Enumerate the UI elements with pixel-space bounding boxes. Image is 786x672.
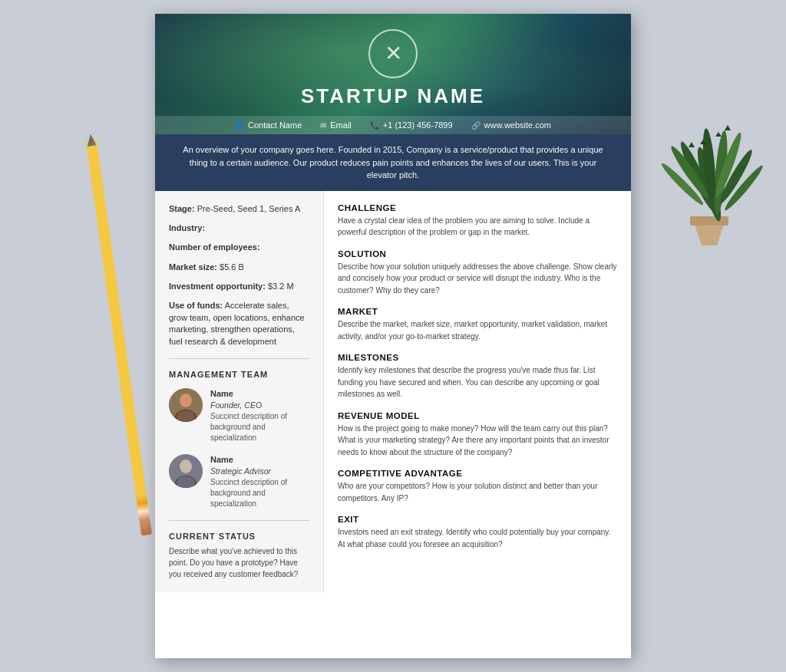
milestones-text: Identify key milestones that describe th… <box>338 364 617 400</box>
milestones-title: MILESTONES <box>338 353 617 362</box>
svg-rect-1 <box>690 216 728 226</box>
svg-point-16 <box>180 394 192 407</box>
stage-value: Pre-Seed, Seed 1, Series A <box>197 204 301 213</box>
member-2-desc: Succinct description of background and s… <box>210 477 309 509</box>
industry-label: Industry: <box>169 223 205 232</box>
avatar-2 <box>169 454 203 488</box>
revenue-text: How is the project going to make money? … <box>338 423 617 459</box>
exit-text: Investors need an exit strategy. Identif… <box>338 526 617 550</box>
milestones-section: MILESTONES Identify key milestones that … <box>338 353 617 400</box>
member-1-name: Name <box>210 388 309 400</box>
solution-section: SOLUTION Describe how your solution uniq… <box>338 249 617 297</box>
divider-1 <box>169 358 309 359</box>
exit-title: EXIT <box>338 515 617 524</box>
investment-info: Investment opportunity: $3.2 M <box>169 281 309 292</box>
overview-text: An overview of your company goes here. F… <box>183 145 603 180</box>
competitive-title: COMPETITIVE ADVANTAGE <box>338 469 617 478</box>
team-member-1: Name Founder, CEO Succinct description o… <box>169 388 309 443</box>
market-text: Describe the market, market size, market… <box>338 318 617 342</box>
market-section: MARKET Describe the market, market size,… <box>338 307 617 342</box>
member-1-desc: Succinct description of background and s… <box>210 411 309 443</box>
document: ✕ STARTUP NAME 👤 Contact Name ✉ Email 📞 … <box>155 14 631 658</box>
svg-marker-14 <box>725 125 731 130</box>
employees-label: Number of employees: <box>169 242 260 252</box>
avatar-1 <box>169 388 203 422</box>
competitive-section: COMPETITIVE ADVANTAGE Who are your compe… <box>338 469 617 504</box>
avatar-img-1 <box>169 388 203 422</box>
person-icon: 👤 <box>235 121 244 130</box>
use-of-funds-label: Use of funds: <box>169 301 223 310</box>
left-column: Stage: Pre-Seed, Seed 1, Series A Indust… <box>155 191 324 593</box>
right-column: CHALLENGE Have a crystal clear idea of t… <box>324 191 631 593</box>
phone-icon: 📞 <box>370 121 379 130</box>
competitive-text: Who are your competitors? How is your so… <box>338 480 617 504</box>
market-label: Market size: <box>169 262 217 272</box>
challenge-title: CHALLENGE <box>338 203 617 212</box>
current-status-text: Describe what you've achieved to this po… <box>169 545 309 580</box>
market-info: Market size: $5.6 B <box>169 262 309 273</box>
stage-label: Stage: <box>169 204 195 213</box>
challenge-text: Have a crystal clear idea of the problem… <box>338 215 617 239</box>
svg-marker-13 <box>689 142 695 147</box>
avatar-img-2 <box>169 454 203 488</box>
solution-text: Describe how your solution uniquely addr… <box>338 261 617 297</box>
document-header: ✕ STARTUP NAME 👤 Contact Name ✉ Email 📞 … <box>155 14 631 134</box>
exit-section: EXIT Investors need an exit strategy. Id… <box>338 515 617 550</box>
investment-value: $3.2 M <box>268 282 294 291</box>
member-1-info: Name Founder, CEO Succinct description o… <box>210 388 309 443</box>
member-2-info: Name Strategic Advisor Succinct descript… <box>210 454 309 509</box>
revenue-title: REVENUE MODEL <box>338 411 617 420</box>
member-2-title: Strategic Advisor <box>210 466 309 477</box>
employees-info: Number of employees: <box>169 242 309 253</box>
plant-decoration <box>656 31 763 261</box>
stage-info: Stage: Pre-Seed, Seed 1, Series A <box>169 203 309 215</box>
current-status-title: CURRENT STATUS <box>169 532 309 541</box>
market-value: $5.6 B <box>220 262 244 272</box>
member-2-name: Name <box>210 454 309 466</box>
logo-icon: ✕ <box>385 43 402 64</box>
pencil-decoration <box>86 140 152 536</box>
startup-name: STARTUP NAME <box>170 84 616 108</box>
overview-bar: An overview of your company goes here. F… <box>155 134 631 191</box>
challenge-section: CHALLENGE Have a crystal clear idea of t… <box>338 203 617 239</box>
contact-email: ✉ Email <box>320 120 352 130</box>
document-body: Stage: Pre-Seed, Seed 1, Series A Indust… <box>155 191 631 593</box>
divider-2 <box>169 520 309 521</box>
revenue-section: REVENUE MODEL How is the project going t… <box>338 411 617 459</box>
email-icon: ✉ <box>320 121 326 130</box>
team-member-2: Name Strategic Advisor Succinct descript… <box>169 454 309 509</box>
contact-website: 🔗 www.website.com <box>471 120 551 130</box>
logo-circle: ✕ <box>368 29 418 78</box>
svg-marker-0 <box>694 222 725 245</box>
use-of-funds-info: Use of funds: Accelerate sales, grow tea… <box>169 300 309 348</box>
market-title: MARKET <box>338 307 617 316</box>
contact-bar: 👤 Contact Name ✉ Email 📞 +1 (123) 456-78… <box>155 116 631 134</box>
solution-title: SOLUTION <box>338 249 617 259</box>
industry-info: Industry: <box>169 222 309 234</box>
contact-phone: 📞 +1 (123) 456-7899 <box>370 120 453 130</box>
contact-name: 👤 Contact Name <box>235 120 302 130</box>
web-icon: 🔗 <box>471 121 481 130</box>
investment-label: Investment opportunity: <box>169 282 266 291</box>
management-team-title: MANAGEMENT TEAM <box>169 370 309 379</box>
svg-marker-12 <box>715 132 722 137</box>
svg-point-20 <box>180 460 192 473</box>
member-1-title: Founder, CEO <box>210 400 309 411</box>
